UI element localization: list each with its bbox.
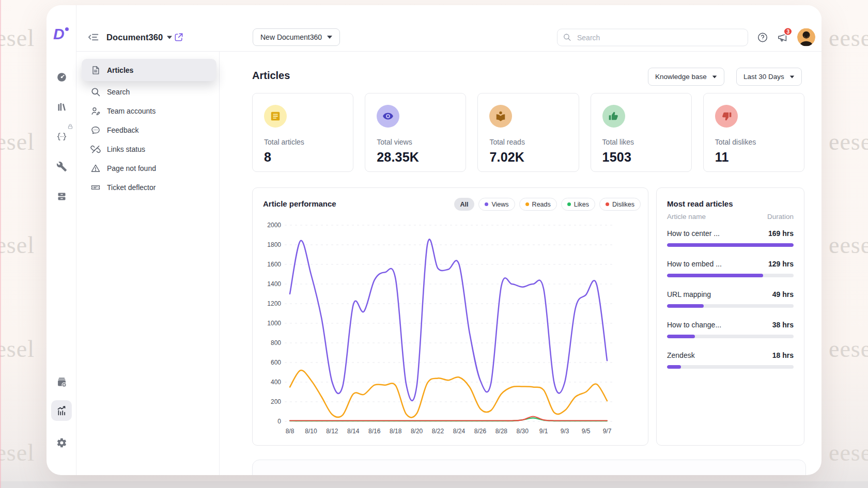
- most-read-row: How to change...38 hrs: [667, 321, 794, 351]
- article-performance-chart: 02004006008001000120014001600180020008/8…: [253, 188, 648, 445]
- column-article-name: Article name: [667, 213, 706, 221]
- watermark-left: eesel: [0, 335, 35, 363]
- duration-bar-track: [667, 274, 794, 277]
- sidebar-item-articles[interactable]: Articles: [82, 59, 216, 81]
- thumb-down-icon: [715, 105, 738, 128]
- notification-badge: 3: [783, 27, 793, 36]
- article-duration: 169 hrs: [768, 229, 794, 238]
- most-read-row: URL mapping49 hrs: [667, 290, 794, 321]
- eye-icon: [377, 105, 399, 128]
- svg-text:8/22: 8/22: [432, 428, 444, 435]
- most-read-row-top: How to change...38 hrs: [667, 321, 794, 329]
- search-input[interactable]: [557, 28, 748, 46]
- sidebar-item-label: Team accounts: [107, 107, 156, 115]
- sidebar-item-label: Ticket deflector: [107, 183, 156, 192]
- stat-label: Total articles: [264, 138, 342, 146]
- stat-card-total-dislikes: Total dislikes11: [703, 93, 804, 172]
- collapse-sidebar-icon[interactable]: [87, 31, 100, 44]
- stat-label: Total reads: [489, 138, 567, 146]
- article-duration: 38 hrs: [772, 321, 794, 329]
- stat-value: 28.35K: [377, 150, 454, 165]
- svg-text:9/3: 9/3: [561, 428, 569, 435]
- stat-value: 7.02K: [489, 150, 567, 165]
- svg-text:400: 400: [271, 379, 281, 386]
- rail-analytics-icon[interactable]: [51, 400, 72, 421]
- svg-text:1800: 1800: [267, 241, 281, 248]
- document360-logo[interactable]: D: [53, 26, 70, 42]
- most-read-row-top: How to center ...169 hrs: [667, 229, 794, 238]
- duration-bar-fill: [667, 243, 794, 247]
- user-avatar[interactable]: [797, 28, 815, 46]
- rail-drawers-icon[interactable]: [51, 186, 72, 207]
- article-name[interactable]: Zendesk: [667, 351, 695, 359]
- rail-dashboard-icon[interactable]: [51, 67, 72, 87]
- sidebar-item-team-accounts[interactable]: Team accounts: [82, 101, 216, 120]
- svg-text:8/8: 8/8: [286, 428, 295, 435]
- notifications-megaphone-icon[interactable]: 3: [777, 32, 788, 43]
- stat-card-total-reads: Total reads7.02K: [477, 93, 579, 172]
- date-range-label: Last 30 Days: [743, 73, 784, 81]
- sidebar-item-feedback[interactable]: Feedback: [82, 120, 216, 139]
- watermark-right: eesel: [829, 24, 868, 52]
- stat-card-total-views: Total views28.35K: [365, 93, 466, 172]
- most-read-row: How to embed ...129 hrs: [667, 260, 794, 290]
- rail-tools-icon[interactable]: [51, 156, 72, 177]
- watermark-left: eesel: [0, 439, 35, 466]
- sidebar-item-label: Page not found: [107, 164, 156, 172]
- article-name[interactable]: How to embed ...: [667, 260, 722, 268]
- stat-card-total-likes: Total likes1503: [591, 93, 692, 172]
- most-read-header: Article name Duration: [667, 213, 794, 221]
- duration-bar-track: [667, 243, 794, 247]
- new-project-button[interactable]: New Document360: [253, 28, 340, 46]
- rail-library-icon[interactable]: [51, 97, 72, 117]
- logo-glyph: D: [53, 25, 65, 42]
- watermark-right: eesel: [829, 335, 868, 363]
- duration-bar-fill: [667, 304, 704, 308]
- date-range-dropdown[interactable]: Last 30 Days: [736, 68, 802, 86]
- external-link-icon[interactable]: [174, 32, 184, 42]
- svg-text:8/16: 8/16: [368, 428, 381, 435]
- sidebar-item-ticket-deflector[interactable]: Ticket deflector: [82, 178, 216, 197]
- sidebar-item-search[interactable]: Search: [82, 82, 216, 101]
- svg-text:0: 0: [277, 418, 281, 425]
- stat-label: Total dislikes: [715, 138, 793, 146]
- column-duration: Duration: [767, 213, 794, 221]
- sidebar-item-links-status[interactable]: Links status: [82, 139, 216, 159]
- rail-settings-icon[interactable]: [51, 432, 72, 453]
- most-read-row: Zendesk18 hrs: [667, 351, 794, 382]
- sidebar-items: ArticlesSearchTeam accountsFeedbackLinks…: [82, 59, 216, 197]
- left-edge-accent: [0, 0, 1, 488]
- duration-bar-fill: [667, 274, 763, 277]
- watermark-left: eesel: [0, 24, 35, 52]
- rail-add-docs-icon[interactable]: [51, 372, 72, 392]
- svg-text:1600: 1600: [267, 261, 281, 268]
- svg-text:1400: 1400: [267, 280, 281, 288]
- article-duration: 129 hrs: [768, 260, 794, 268]
- sidebar-item-page-not-found[interactable]: Page not found: [82, 159, 216, 178]
- article-name[interactable]: How to change...: [667, 321, 721, 329]
- duration-bar-fill: [667, 335, 695, 338]
- most-read-rows: How to center ...169 hrsHow to embed ...…: [667, 229, 794, 382]
- help-icon[interactable]: [757, 32, 768, 43]
- sidebar-item-label: Search: [107, 88, 130, 96]
- svg-text:1000: 1000: [267, 320, 281, 327]
- next-section-panel: [252, 460, 806, 475]
- stat-label: Total views: [377, 138, 454, 146]
- project-name: Document360: [106, 33, 163, 42]
- knowledge-base-dropdown[interactable]: Knowledge base: [648, 68, 724, 86]
- article-duration: 18 hrs: [772, 351, 794, 359]
- watermark-right: eesel: [829, 231, 868, 259]
- svg-text:800: 800: [271, 339, 281, 347]
- team-icon: [90, 106, 101, 116]
- stat-value: 8: [264, 150, 342, 165]
- stat-cards-row: Total articles8Total views28.35KTotal re…: [252, 93, 804, 172]
- global-search: [557, 28, 748, 46]
- svg-text:9/7: 9/7: [603, 428, 612, 435]
- article-name[interactable]: How to center ...: [667, 229, 720, 238]
- svg-text:8/30: 8/30: [517, 428, 529, 435]
- chevron-down-icon: [327, 36, 332, 39]
- project-switcher[interactable]: Document360: [106, 33, 172, 42]
- logo-dot: [65, 27, 69, 31]
- article-name[interactable]: URL mapping: [667, 290, 711, 298]
- svg-text:8/14: 8/14: [347, 428, 360, 435]
